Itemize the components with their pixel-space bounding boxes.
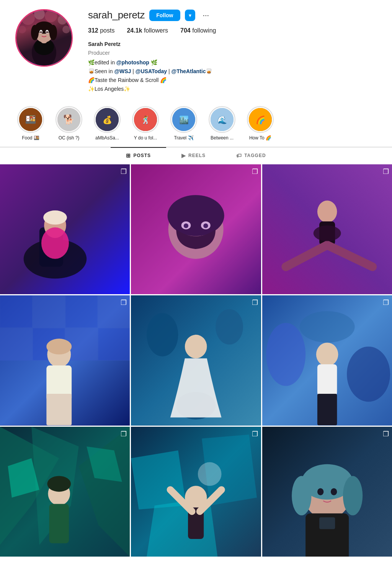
- svg-point-12: [31, 25, 39, 40]
- story-label-food: Food 🍱: [22, 135, 39, 141]
- svg-rect-60: [98, 328, 130, 360]
- stats-row: 312 posts 24.1k followers 704 following: [88, 27, 377, 34]
- story-label-between: Between ...: [211, 135, 234, 141]
- svg-rect-75: [317, 364, 337, 396]
- wsj-link[interactable]: @WSJ: [114, 68, 131, 74]
- svg-text:💰: 💰: [103, 115, 112, 124]
- theatlantic-link[interactable]: @TheAtlantic: [172, 68, 206, 74]
- multi-post-icon: ❐: [121, 167, 127, 176]
- post-item[interactable]: ❐: [131, 427, 261, 557]
- svg-point-36: [43, 210, 67, 224]
- posts-count: 312: [88, 27, 98, 34]
- multi-post-icon: ❐: [252, 298, 258, 307]
- tab-reels-label: REELS: [188, 153, 206, 158]
- svg-rect-84: [49, 504, 69, 543]
- story-item-ydou[interactable]: 🕺 Y do u fol...: [130, 106, 161, 141]
- story-item-howto[interactable]: 🌈 How To 🌈: [245, 106, 276, 141]
- svg-point-67: [216, 309, 243, 345]
- following-count: 704: [180, 27, 191, 34]
- svg-point-85: [47, 476, 71, 491]
- username: sarah_peretz: [88, 9, 145, 21]
- stories-section: 🍱 Food 🍱 🐕 OC (ish ?) 💰: [0, 100, 392, 147]
- svg-point-99: [343, 476, 362, 515]
- tab-tagged[interactable]: 🏷 TAGGED: [221, 147, 281, 163]
- svg-point-16: [40, 31, 42, 33]
- svg-point-13: [49, 25, 57, 40]
- svg-text:🐕: 🐕: [63, 114, 75, 125]
- svg-point-47: [317, 201, 337, 223]
- post-item[interactable]: ❐: [131, 295, 261, 425]
- reels-icon: ▶: [181, 152, 186, 159]
- story-label-ambassa: aMbAsSa...: [95, 135, 119, 141]
- story-label-howto: How To 🌈: [249, 135, 271, 141]
- posts-grid: ❐ ❐: [0, 163, 392, 558]
- following-stat[interactable]: 704 following: [180, 27, 216, 34]
- svg-point-37: [41, 228, 69, 259]
- svg-point-62: [46, 339, 72, 354]
- usatoday-link[interactable]: @USAToday: [136, 68, 167, 74]
- svg-text:🌊: 🌊: [217, 115, 227, 124]
- post-item[interactable]: ❐: [0, 164, 130, 294]
- multi-post-icon: ❐: [121, 430, 127, 438]
- post-item[interactable]: ❐: [0, 295, 130, 425]
- posts-label: posts: [100, 27, 114, 34]
- tab-tagged-label: TAGGED: [244, 153, 266, 158]
- svg-rect-45: [131, 164, 261, 294]
- story-item-between[interactable]: 🌊 Between ...: [207, 106, 237, 141]
- svg-rect-101: [319, 517, 335, 529]
- profile-info: sarah_peretz Follow ▾ ··· 312 posts 24.1…: [88, 9, 377, 94]
- svg-text:🌈: 🌈: [256, 115, 265, 124]
- svg-rect-76: [317, 394, 337, 425]
- post-item[interactable]: ❐: [0, 427, 130, 557]
- post-item[interactable]: ❐: [131, 164, 261, 294]
- post-item[interactable]: ❐: [262, 427, 392, 557]
- bio-line-3: 🌈Taste the Rainbow & Scroll 🌈: [88, 76, 377, 84]
- post-item[interactable]: ❐: [262, 295, 392, 425]
- grid-icon: ⊞: [126, 152, 131, 159]
- svg-point-72: [347, 347, 390, 402]
- story-item-food[interactable]: 🍱 Food 🍱: [15, 106, 46, 141]
- svg-text:🏙️: 🏙️: [179, 115, 189, 124]
- bio-role: Producer: [88, 49, 377, 57]
- tab-posts[interactable]: ⊞ POSTS: [111, 147, 166, 163]
- svg-point-103: [331, 488, 337, 495]
- full-name: Sarah Peretz: [88, 40, 377, 48]
- story-label-ydou: Y do u fol...: [134, 135, 157, 141]
- svg-rect-57: [0, 328, 32, 360]
- story-label-oc: OC (ish ?): [59, 135, 80, 141]
- more-options-button[interactable]: ···: [200, 9, 212, 21]
- bio-line-2: 🥃Seen in @WSJ | @USAToday | @TheAtlantic…: [88, 67, 377, 75]
- svg-rect-55: [65, 295, 98, 328]
- photoshop-link[interactable]: @photoshop: [116, 59, 149, 66]
- svg-point-98: [292, 476, 311, 515]
- post-item[interactable]: ❐: [262, 164, 392, 294]
- tab-posts-label: POSTS: [133, 153, 151, 158]
- story-item-ambassa[interactable]: 💰 aMbAsSa...: [92, 106, 122, 141]
- story-item-oc[interactable]: 🐕 OC (ish ?): [54, 106, 84, 141]
- avatar[interactable]: [15, 9, 73, 67]
- svg-point-17: [46, 31, 48, 33]
- svg-point-51: [313, 225, 341, 241]
- story-item-travel[interactable]: 🏙️ Travel ✈️: [168, 106, 199, 141]
- username-row: sarah_peretz Follow ▾ ···: [88, 9, 377, 21]
- multi-post-icon: ❐: [383, 167, 389, 176]
- svg-point-73: [299, 311, 354, 342]
- tab-reels[interactable]: ▶ REELS: [166, 147, 221, 163]
- svg-point-74: [316, 343, 338, 367]
- multi-post-icon: ❐: [383, 298, 389, 307]
- dropdown-button[interactable]: ▾: [185, 10, 195, 21]
- multi-post-icon: ❐: [252, 167, 258, 176]
- followers-label: followers: [144, 27, 168, 34]
- followers-stat[interactable]: 24.1k followers: [127, 27, 168, 34]
- svg-point-69: [185, 335, 207, 359]
- multi-post-icon: ❐: [121, 298, 127, 307]
- tabs-section: ⊞ POSTS ▶ REELS 🏷 TAGGED: [0, 147, 392, 163]
- posts-stat[interactable]: 312 posts: [88, 27, 114, 34]
- svg-point-102: [317, 488, 323, 495]
- svg-point-71: [266, 323, 305, 386]
- svg-text:🕺: 🕺: [141, 115, 150, 124]
- profile-header: sarah_peretz Follow ▾ ··· 312 posts 24.1…: [0, 0, 392, 100]
- bio-line-4: ✨Los Angeles✨: [88, 85, 377, 93]
- follow-button[interactable]: Follow: [149, 10, 180, 21]
- multi-post-icon: ❐: [383, 430, 389, 438]
